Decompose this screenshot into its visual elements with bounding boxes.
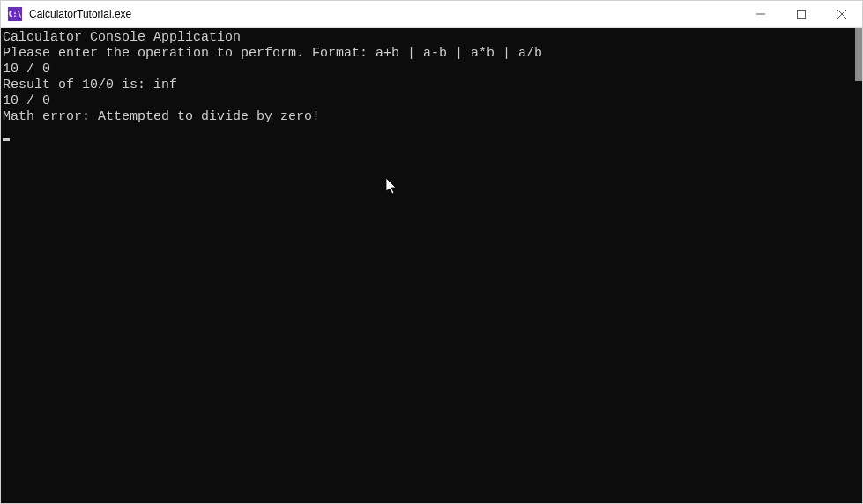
console-line: 10 / 0 xyxy=(3,62,860,78)
maximize-icon xyxy=(797,10,806,19)
titlebar[interactable]: C:\ CalculatorTutorial.exe xyxy=(1,1,862,27)
application-window: C:\ CalculatorTutorial.exe Cal xyxy=(0,0,863,504)
app-icon-text: C:\ xyxy=(9,11,21,19)
console-output[interactable]: Calculator Console Application Please en… xyxy=(1,27,862,503)
svg-rect-1 xyxy=(798,11,806,19)
mouse-cursor-icon xyxy=(386,178,398,201)
window-controls xyxy=(740,1,862,27)
console-line: 10 / 0 xyxy=(3,93,860,109)
close-button[interactable] xyxy=(822,1,862,27)
minimize-icon xyxy=(756,10,765,19)
maximize-button[interactable] xyxy=(781,1,822,27)
window-title: CalculatorTutorial.exe xyxy=(29,8,740,20)
text-cursor xyxy=(3,138,10,141)
close-icon xyxy=(837,10,846,19)
console-cursor-line xyxy=(3,125,860,141)
console-line: Please enter the operation to perform. F… xyxy=(3,46,860,62)
app-icon: C:\ xyxy=(8,7,22,21)
scrollbar-thumb[interactable] xyxy=(855,28,862,81)
minimize-button[interactable] xyxy=(740,1,781,27)
console-line: Result of 10/0 is: inf xyxy=(3,78,860,93)
console-line: Math error: Attempted to divide by zero! xyxy=(3,109,860,125)
console-line: Calculator Console Application xyxy=(3,30,860,46)
